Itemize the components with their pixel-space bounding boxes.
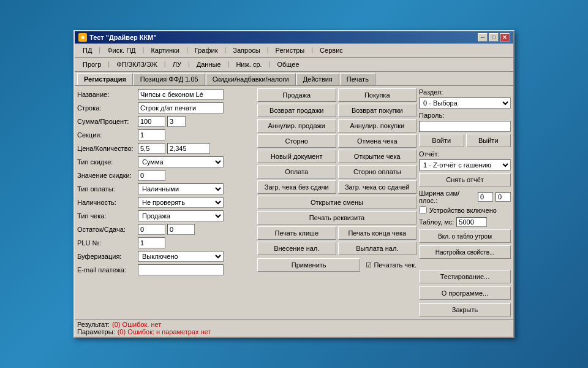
menu-fp[interactable]: ФП/ЗКЛ3/ЭЖ: [111, 59, 163, 70]
maximize-button[interactable]: □: [489, 33, 499, 42]
btn-pechat-kliche[interactable]: Печать клише: [257, 226, 336, 240]
status-row-params: Параметры: (0) Ошибок: н параметрах нет: [77, 328, 511, 335]
btn-testirovanie[interactable]: Тестирование...: [419, 270, 511, 283]
select-buferizaciya[interactable]: Выключено Включено: [138, 251, 224, 262]
input-znachenie-skidki[interactable]: [138, 170, 165, 181]
btn-storno-oplaty[interactable]: Сторно оплаты: [338, 165, 417, 178]
select-tip-cheka[interactable]: Продажа Возврат: [138, 210, 224, 221]
checkbox-pechat: ☑ Печатать чек.: [366, 261, 417, 269]
input-stroka[interactable]: [138, 102, 224, 113]
menu-pd[interactable]: ПД: [77, 45, 97, 56]
sep3: |: [185, 45, 189, 56]
menu-registry[interactable]: Регистры: [270, 45, 311, 56]
btn-noviy-dokument[interactable]: Новый документ: [257, 150, 336, 163]
btn-annulir-pokupki[interactable]: Аннулир. покупки: [338, 119, 417, 132]
btn-vkl-tablo[interactable]: Вкл. о табло утром: [419, 229, 511, 243]
btn-vnesenie-nal[interactable]: Внесение нал.: [257, 242, 336, 255]
tab-registraciya[interactable]: Регистрация: [77, 73, 133, 85]
label-tip-oplaty: Тип оплаты:: [77, 185, 135, 193]
menu-servis[interactable]: Сервис: [314, 45, 349, 56]
btn-snyat-otchet[interactable]: Снять отчёт: [419, 173, 511, 186]
menu-lu[interactable]: ЛУ: [167, 59, 187, 70]
label-razdel: Раздел:: [419, 88, 443, 96]
label-tablo: Таблоу, мс:: [419, 218, 454, 226]
input-sdacha[interactable]: [167, 224, 195, 235]
menu-obshchee[interactable]: Общее: [271, 59, 304, 70]
btn-primenit[interactable]: Применить: [257, 258, 360, 272]
menu-zaprosy[interactable]: Запросы: [227, 45, 265, 56]
center-panel: Продажа Покупка Возврат продажи Возврат …: [257, 88, 417, 316]
input-cena[interactable]: [138, 143, 165, 154]
tab-pechat[interactable]: Печать: [340, 73, 375, 85]
btn-annulir-prodazhi[interactable]: Аннулир. продажи: [257, 119, 336, 132]
btn-prodazha[interactable]: Продажа: [257, 88, 336, 102]
btn-otkritie-cheka[interactable]: Открытие чека: [338, 150, 417, 163]
inputs-cena: [138, 143, 210, 154]
tab-dejstviya[interactable]: Действия: [296, 73, 339, 85]
btn-zakrit[interactable]: Закрыть: [419, 303, 511, 316]
select-tip-skidki[interactable]: Сумма Процент: [138, 156, 224, 167]
main-content: Название: Строка: Сумма/Процент: Секция:: [75, 86, 513, 319]
select-nalichnost[interactable]: Не проверять Проверять: [138, 197, 224, 208]
input-plu[interactable]: [138, 237, 165, 248]
select-razdel[interactable]: 0 - Выбора: [419, 98, 511, 109]
label-ustroistvo: Устройство включено: [429, 207, 497, 214]
menu-dannye[interactable]: Данные: [191, 59, 227, 70]
input-email[interactable]: [138, 264, 224, 275]
menu-progr[interactable]: Прогр: [77, 59, 107, 70]
row-ustroistvo: Устройство включено: [419, 206, 511, 214]
row-tablo: Таблоу, мс:: [419, 217, 511, 227]
input-shirina2[interactable]: [496, 192, 511, 202]
btn-otkritie-smeny[interactable]: Открытие смены: [257, 196, 417, 209]
btn-vozvrat-prodazhi[interactable]: Возврат продажи: [257, 104, 336, 117]
btn-pechat-rekvizita[interactable]: Печать реквизита: [257, 211, 417, 224]
minimize-button[interactable]: ─: [478, 33, 488, 42]
btn-zagr-bez-sdachi[interactable]: Загр. чека без сдачи: [257, 180, 336, 194]
tab-skidki[interactable]: Скидки/надбавки/налоги: [206, 73, 296, 85]
menu-kartinki[interactable]: Картинки: [145, 45, 185, 56]
input-ostatok[interactable]: [138, 224, 165, 235]
label-cena: Цена/Количество:: [77, 145, 135, 152]
select-otchet[interactable]: 1 - Z-отчёт с гашению: [419, 159, 511, 171]
row-razdel: Раздел:: [419, 88, 511, 96]
btn-o-programme[interactable]: О программе...: [419, 286, 511, 300]
btn-viyti[interactable]: Выйти: [466, 134, 511, 147]
row-email: E-mail платежа:: [77, 264, 255, 276]
input-tablo[interactable]: [456, 217, 487, 227]
btn-vozvrat-pokupki[interactable]: Возврат покупки: [338, 104, 417, 117]
btn-storno[interactable]: Сторно: [257, 134, 336, 148]
tab-poziciya[interactable]: Позиция ФФД 1.05: [134, 73, 205, 85]
btn-nastroika[interactable]: Настройка свойств...: [419, 245, 511, 259]
input-shirina1[interactable]: [478, 192, 493, 202]
input-procent[interactable]: [167, 116, 186, 127]
menu-nizh-sr[interactable]: Ниж. ср.: [230, 59, 267, 70]
label-nazvanie: Название:: [77, 91, 135, 98]
menu-grafik[interactable]: График: [189, 45, 224, 56]
close-button[interactable]: ✕: [500, 33, 510, 42]
btn-pechat-konca-cheka[interactable]: Печать конца чека: [338, 226, 417, 240]
btn-row-annulir: Аннулир. продажи Аннулир. покупки: [257, 119, 417, 132]
btn-zagr-so-sdachey[interactable]: Загр. чека со сдачей: [338, 180, 417, 194]
input-kolichestvo[interactable]: [167, 143, 210, 154]
btn-pokupka[interactable]: Покупка: [338, 88, 417, 102]
value-params: (0) Ошибок: н параметрах нет: [118, 328, 211, 335]
checkbox-ustroistvo[interactable]: [419, 206, 427, 214]
btn-oplata[interactable]: Оплата: [257, 165, 336, 178]
btn-viplata-nal[interactable]: Выплата нал.: [338, 242, 417, 255]
row-sekciya: Секция:: [77, 129, 255, 141]
input-nazvanie[interactable]: [138, 89, 224, 100]
btn-voit[interactable]: Войти: [419, 134, 464, 147]
btn-otmena-cheka[interactable]: Отмена чека: [338, 134, 417, 148]
label-znachenie-skidki: Значение скидки:: [77, 172, 135, 179]
btn-row-pechat: Печать клише Печать конца чека: [257, 226, 417, 240]
input-sekciya[interactable]: [138, 129, 165, 140]
select-tip-oplaty[interactable]: Наличными Карта: [138, 183, 224, 194]
btn-row-pechat-rekv: Печать реквизита: [257, 211, 417, 224]
inputs-summa: [138, 116, 186, 127]
input-parol[interactable]: [419, 121, 511, 132]
row-nazvanie: Название:: [77, 88, 255, 101]
row-plu: PLU №:: [77, 237, 255, 249]
input-summa[interactable]: [138, 116, 165, 127]
row-tip-oplaty: Тип оплаты: Наличными Карта: [77, 183, 255, 195]
menu-fisk-pd[interactable]: Фиск. ПД: [102, 45, 141, 56]
